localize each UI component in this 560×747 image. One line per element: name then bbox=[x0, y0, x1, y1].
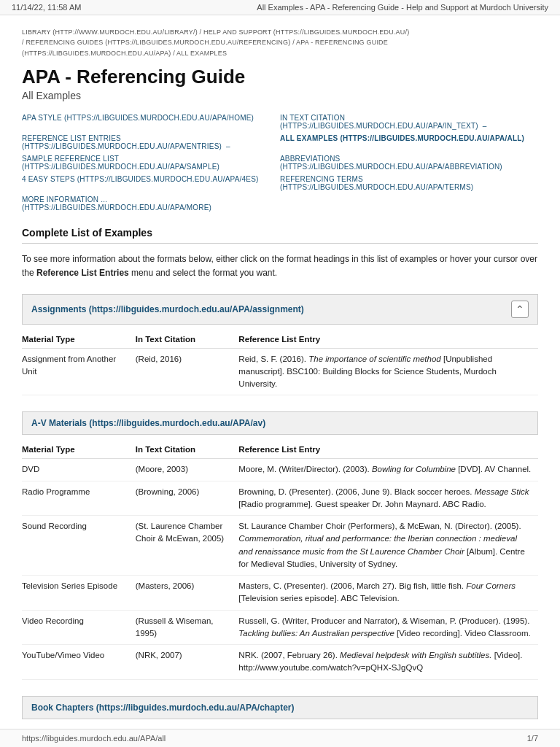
reference-entry: Russell, G. (Writer, Producer and Narrat… bbox=[238, 610, 538, 645]
av-materials-section: A-V Materials (https://libguides.murdoch… bbox=[22, 411, 538, 679]
assignments-section: Assignments (https://libguides.murdoch.e… bbox=[22, 294, 538, 396]
citation: (Reid, 2016) bbox=[136, 348, 239, 395]
table-row: DVD (Moore, 2003) Moore, M. (Writer/Dire… bbox=[22, 459, 538, 481]
av-link[interactable]: A-V Materials (https://libguides.murdoch… bbox=[31, 418, 265, 428]
th-material-type: Material Type bbox=[22, 330, 136, 349]
th-reference-av: Reference List Entry bbox=[238, 441, 538, 459]
reference-entry: Masters, C. (Presenter). (2006, March 27… bbox=[238, 576, 538, 611]
page-title: APA - Referencing Guide bbox=[22, 66, 538, 88]
intro-text: To see more information about the format… bbox=[22, 252, 538, 280]
material-type: Television Series Episode bbox=[22, 576, 136, 611]
nav-in-text[interactable]: IN TEXT CITATION (HTTPS://LIBGUIDES.MURD… bbox=[280, 112, 538, 132]
nav-referencing-terms[interactable]: REFERENCING TERMS (HTTPS://LIBGUIDES.MUR… bbox=[280, 173, 538, 193]
table-row: Video Recording (Russell & Wiseman, 1995… bbox=[22, 610, 538, 645]
citation: (Masters, 2006) bbox=[136, 576, 239, 611]
th-reference: Reference List Entry bbox=[238, 330, 538, 349]
th-citation-av: In Text Citation bbox=[136, 441, 239, 459]
breadcrumb: LIBRARY (HTTP://WWW.MURDOCH.EDU.AU/LIBRA… bbox=[22, 27, 538, 58]
browser-datetime: 11/14/22, 11:58 AM bbox=[12, 3, 81, 12]
reference-entry: NRK. (2007, February 26). Medieval helpd… bbox=[238, 645, 538, 680]
nav-reference-list[interactable]: REFERENCE LIST ENTRIES (HTTPS://LIBGUIDE… bbox=[22, 132, 280, 152]
nav-sample[interactable]: SAMPLE REFERENCE LIST (HTTPS://LIBGUIDES… bbox=[22, 152, 280, 173]
assignments-table: Material Type In Text Citation Reference… bbox=[22, 330, 538, 396]
footer-page-info: 1/7 bbox=[527, 734, 538, 743]
nav-4-easy-steps[interactable]: 4 EASY STEPS (HTTPS://LIBGUIDES.MURDOCH.… bbox=[22, 173, 280, 193]
assignments-collapse-btn[interactable]: ⌃ bbox=[511, 301, 529, 318]
breadcrumb-referencing[interactable]: REFERENCING GUIDES (HTTPS://LIBGUIDES.MU… bbox=[26, 39, 290, 46]
material-type: DVD bbox=[22, 459, 136, 481]
assignments-link[interactable]: Assignments (https://libguides.murdoch.e… bbox=[31, 304, 304, 314]
breadcrumb-current: ALL EXAMPLES bbox=[176, 50, 227, 57]
table-row: Sound Recording (St. Laurence Chamber Ch… bbox=[22, 516, 538, 576]
material-type: Video Recording bbox=[22, 610, 136, 645]
browser-bar: 11/14/22, 11:58 AM All Examples - APA - … bbox=[0, 0, 560, 15]
th-citation: In Text Citation bbox=[136, 330, 239, 349]
assignments-header: Assignments (https://libguides.murdoch.e… bbox=[22, 294, 538, 325]
page-wrapper: LIBRARY (HTTP://WWW.MURDOCH.EDU.AU/LIBRA… bbox=[0, 27, 560, 747]
av-header: A-V Materials (https://libguides.murdoch… bbox=[22, 411, 538, 435]
table-row: YouTube/Vimeo Video (NRK, 2007) NRK. (20… bbox=[22, 645, 538, 680]
nav-apa-style[interactable]: APA STYLE (HTTPS://LIBGUIDES.MURDOCH.EDU… bbox=[22, 112, 280, 132]
av-table: Material Type In Text Citation Reference… bbox=[22, 441, 538, 679]
table-row: Radio Programme (Browning, 2006) Brownin… bbox=[22, 481, 538, 516]
table-row: Assignment from Another Unit (Reid, 2016… bbox=[22, 348, 538, 395]
nav-abbreviations[interactable]: ABBREVIATIONS (HTTPS://LIBGUIDES.MURDOCH… bbox=[280, 152, 538, 173]
citation: (Russell & Wiseman, 1995) bbox=[136, 610, 239, 645]
breadcrumb-help-support[interactable]: HELP AND SUPPORT (HTTPS://LIBGUIDES.MURD… bbox=[203, 28, 409, 36]
reference-entry: Browning, D. (Presenter). (2006, June 9)… bbox=[238, 481, 538, 516]
nav-more-info[interactable]: MORE INFORMATION ... (HTTPS://LIBGUIDES.… bbox=[22, 193, 280, 214]
browser-tab-title: All Examples - APA - Referencing Guide -… bbox=[257, 3, 548, 12]
citation: (NRK, 2007) bbox=[136, 645, 239, 680]
section-heading: Complete List of Examples bbox=[22, 227, 538, 244]
reference-entry: Reid, S. F. (2016). The importance of sc… bbox=[238, 348, 538, 395]
page-subtitle: All Examples bbox=[22, 90, 538, 101]
nav-all-examples[interactable]: ALL EXAMPLES (HTTPS://LIBGUIDES.MURDOCH.… bbox=[280, 132, 538, 152]
reference-entry: Moore, M. (Writer/Director). (2003). Bow… bbox=[238, 459, 538, 481]
book-chapters-header: Book Chapters (https://libguides.murdoch… bbox=[22, 696, 538, 719]
nav-links: APA STYLE (HTTPS://LIBGUIDES.MURDOCH.EDU… bbox=[22, 112, 538, 214]
reference-entry: St. Laurance Chamber Choir (Performers),… bbox=[238, 516, 538, 576]
citation: (Moore, 2003) bbox=[136, 459, 239, 481]
book-chapters-link[interactable]: Book Chapters (https://libguides.murdoch… bbox=[31, 703, 294, 713]
material-type: Sound Recording bbox=[22, 516, 136, 576]
material-type: Assignment from Another Unit bbox=[22, 348, 136, 395]
th-material-av: Material Type bbox=[22, 441, 136, 459]
citation: (Browning, 2006) bbox=[136, 481, 239, 516]
breadcrumb-library[interactable]: LIBRARY (HTTP://WWW.MURDOCH.EDU.AU/LIBRA… bbox=[22, 28, 198, 36]
table-row: Television Series Episode (Masters, 2006… bbox=[22, 576, 538, 611]
material-type: YouTube/Vimeo Video bbox=[22, 645, 136, 680]
material-type: Radio Programme bbox=[22, 481, 136, 516]
citation: (St. Laurence Chamber Choir & McEwan, 20… bbox=[136, 516, 239, 576]
footer-bar: https://libguides.murdoch.edu.au/APA/all… bbox=[0, 729, 560, 747]
footer-url: https://libguides.murdoch.edu.au/APA/all bbox=[22, 734, 166, 743]
book-chapters-section: Book Chapters (https://libguides.murdoch… bbox=[22, 696, 538, 719]
